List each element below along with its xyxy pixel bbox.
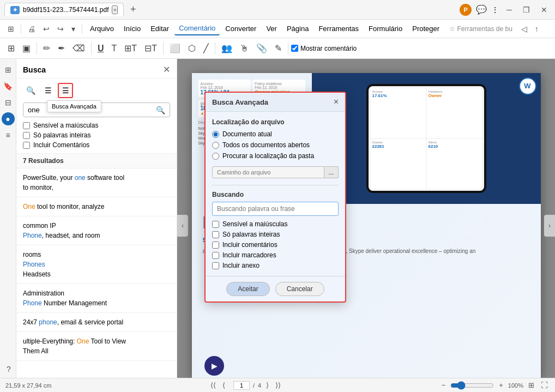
option-include-comments[interactable]: Incluir Comentários [23,141,170,149]
toolbar-draw-btn[interactable]: ✒ [55,41,68,55]
modal-check-comments[interactable]: Incluir comentários [212,241,339,249]
toolbar-highlight-btn[interactable]: ✏ [40,41,53,55]
menu-arquivo[interactable]: Arquivo [86,22,118,35]
result-highlight: phone [39,318,57,326]
radio-folder[interactable]: Procurar a localização da pasta [212,152,339,160]
result-text: rooms [23,251,41,258]
modal-search-label: Buscando [212,191,339,198]
menu-proteger[interactable]: Proteger [408,22,444,35]
modal-check-case[interactable]: Sensível a maiúsculas [212,220,339,228]
modal-accept-btn[interactable]: Aceitar [226,282,269,296]
left-sidebar: ⊞ 🔖 ⊟ ● ≡ ? [0,59,16,392]
result-item[interactable]: PowerSuite, your one software tool to mo… [16,168,177,197]
option-case-sensitive[interactable]: Sensível a maiúsculas [23,122,170,129]
result-item[interactable]: 24x7 phone, email & service portal [16,313,177,332]
show-comment-toggle[interactable]: Mostrar comentário [291,45,357,52]
left-icon-help[interactable]: ? [2,363,15,376]
tab-close-btn[interactable]: × [112,5,117,14]
toolbar-textbox-btn[interactable]: ⊞T [121,41,140,55]
search-basic-btn[interactable]: 🔍 [23,83,38,98]
new-tab-btn[interactable]: + [127,4,140,15]
chat-icon[interactable]: 💬 [476,4,487,15]
left-icon-search-active[interactable]: ● [2,112,15,125]
result-item[interactable]: Administration Phone Number Management [16,284,177,313]
result-item[interactable]: rooms Phones Headsets [16,245,177,284]
modal-file-path-input[interactable] [212,166,324,178]
modal-check-whole-input[interactable] [212,231,219,238]
menu-icon-undo[interactable]: ↩ [40,22,53,35]
restore-btn[interactable]: ❐ [520,4,533,15]
menu-inicio[interactable]: Início [119,22,145,35]
show-comment-checkbox[interactable] [291,45,298,52]
menu-formulario[interactable]: Formulário [364,22,407,35]
option-whole-words[interactable]: Só palavras inteiras [23,131,170,139]
radio-all-docs-input[interactable] [212,142,219,149]
modal-check-markers-input[interactable] [212,252,219,259]
toolbar-hand-btn[interactable]: ▣ [19,41,34,55]
include-comments-checkbox[interactable] [23,142,30,149]
radio-all-docs[interactable]: Todos os documentos abertos [212,141,339,149]
modal-check-attachment-input[interactable] [212,262,219,269]
menu-tools-extra[interactable]: ☆ Ferramentas de bu [445,23,517,35]
radio-current-doc-input[interactable] [212,131,219,138]
menu-editar[interactable]: Editar [146,22,173,35]
left-icon-search[interactable]: 🔖 [2,80,15,93]
modal-search-input[interactable] [212,202,339,216]
radio-current-doc[interactable]: Documento atual [212,130,339,138]
result-text: , headset, and room [42,232,100,239]
menu-pagina[interactable]: Página [282,22,313,35]
modal-cancel-btn[interactable]: Cancelar [275,282,324,296]
whole-words-checkbox[interactable] [23,132,30,139]
close-btn[interactable]: ✕ [538,4,551,15]
toolbar-callout-btn[interactable]: ⊟T [141,41,160,55]
result-item[interactable]: ultiple-Everything: One Tool to View The… [16,332,177,361]
user-avatar[interactable]: P [460,4,472,16]
left-icon-home[interactable]: ⊞ [2,63,15,76]
menu-icon-print[interactable]: 🖨 [25,22,39,35]
menu-ver[interactable]: Ver [262,22,281,35]
left-icon-layers[interactable]: ≡ [2,129,15,142]
menu-nav-up[interactable]: ↑ [532,22,542,35]
toolbar-line-btn[interactable]: ╱ [200,41,212,55]
case-sensitive-checkbox[interactable] [23,122,30,129]
menu-comentario[interactable]: Comentário [174,22,220,35]
toolbar-text-btn[interactable]: T [108,42,120,55]
menu-icon-redo[interactable]: ↪ [54,22,67,35]
toolbar-select-btn[interactable]: ⊞ [4,41,18,55]
toolbar-rect-btn[interactable]: ⬜ [166,41,184,55]
search-submit-btn[interactable]: 🔍 [152,104,170,117]
toolbar-erase-btn[interactable]: ⌫ [69,41,88,55]
active-tab[interactable]: ✦ b9ddf151-223...75474441.pdf × [4,3,124,16]
modal-file-path-row: ... [212,166,339,178]
toolbar-underline-btn[interactable]: U [94,42,107,55]
search-text-btn[interactable]: ☰ [40,83,56,98]
radio-folder-input[interactable] [212,153,219,160]
menu-icon-grid[interactable]: ⊞ [4,22,17,35]
result-highlight: Phone [23,232,42,239]
toolbar-shape-btn[interactable]: ⬡ [185,41,199,55]
toolbar-stamp-btn[interactable]: 👥 [218,41,236,55]
toolbar-attach-btn[interactable]: 📎 [253,41,270,55]
menu-icon-dropdown[interactable]: ▾ [68,22,79,35]
result-item[interactable]: One tool to monitor, analyze [16,197,177,216]
menu-converter[interactable]: Converter [221,22,261,35]
modal-check-case-input[interactable] [212,221,219,228]
include-comments-label: Incluir Comentários [33,141,89,149]
search-panel-close-btn[interactable]: ✕ [163,64,170,75]
left-icon-thumbs[interactable]: ⊟ [2,96,15,109]
modal-check-comments-input[interactable] [212,242,219,249]
toolbar-sep-5 [288,43,288,55]
minimize-btn[interactable]: ─ [503,4,515,15]
result-item[interactable]: common IP Phone, headset, and room [16,216,177,245]
more-options-icon[interactable]: ⋮ [491,5,499,14]
toolbar-sign-btn[interactable]: ✎ [272,41,285,55]
advanced-search-btn[interactable]: ☰ [58,83,73,98]
modal-file-browse-btn[interactable]: ... [324,166,339,178]
menu-nav-left[interactable]: ◁ [518,22,530,35]
menu-ferramentas[interactable]: Ferramentas [314,22,363,35]
modal-check-whole[interactable]: Só palavras inteiras [212,231,339,238]
modal-close-btn[interactable]: × [334,97,339,107]
modal-check-markers[interactable]: Incluir marcadores [212,251,339,259]
toolbar-link-btn[interactable]: 🖱 [237,42,252,55]
modal-check-attachment[interactable]: Incluir anexo [212,262,339,269]
